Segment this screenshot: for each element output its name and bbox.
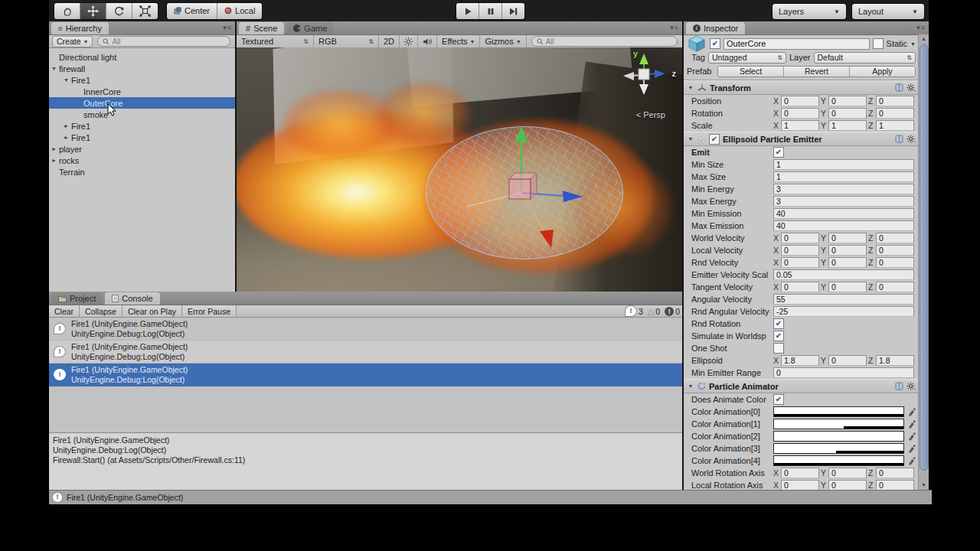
scene-search-input[interactable]: All bbox=[531, 36, 678, 47]
create-dropdown[interactable]: Create ▼ bbox=[52, 36, 93, 47]
tree-item-fire1-3[interactable]: Fire1 bbox=[49, 132, 235, 143]
static-checkbox[interactable] bbox=[873, 38, 884, 49]
simulate-worldspace-checkbox[interactable] bbox=[773, 331, 784, 341]
lock-icon[interactable] bbox=[903, 24, 910, 32]
foldout-open-icon[interactable] bbox=[61, 77, 71, 83]
foldout-closed-icon[interactable] bbox=[61, 123, 71, 129]
tangent-velocity-y-field[interactable]: 0 bbox=[828, 282, 867, 292]
move-tool-button[interactable] bbox=[80, 3, 106, 19]
foldout-open-icon[interactable] bbox=[687, 136, 694, 142]
active-checkbox[interactable] bbox=[710, 38, 720, 49]
local-rotation-x-field[interactable]: 0 bbox=[781, 480, 819, 490]
rnd-velocity-x-field[interactable]: 0 bbox=[781, 257, 819, 268]
tab-game[interactable]: Game bbox=[286, 22, 334, 34]
world-velocity-y-field[interactable]: 0 bbox=[828, 233, 867, 243]
persp-label[interactable]: Persp bbox=[636, 110, 665, 119]
tree-item-smoke[interactable]: smoke bbox=[49, 109, 235, 120]
warning-count-toggle[interactable]: △0 bbox=[648, 306, 660, 316]
gizmo-z-axis[interactable] bbox=[655, 70, 665, 78]
help-book-icon[interactable] bbox=[895, 135, 903, 143]
scene-viewport[interactable]: y z Persp bbox=[237, 47, 682, 292]
static-dropdown-icon[interactable]: ▼ bbox=[910, 41, 916, 47]
emit-checkbox[interactable] bbox=[773, 147, 784, 158]
lighting-toggle-button[interactable] bbox=[400, 35, 418, 47]
foldout-closed-icon[interactable] bbox=[49, 146, 59, 152]
min-emitter-range-field[interactable]: 0 bbox=[773, 367, 914, 378]
local-rotation-z-field[interactable]: 0 bbox=[876, 480, 914, 490]
scale-y-field[interactable]: 1 bbox=[828, 120, 867, 131]
name-field[interactable]: OuterCore bbox=[724, 38, 870, 50]
tree-item-outercore-selected[interactable]: OuterCore bbox=[49, 97, 235, 109]
tree-item-fire1-2[interactable]: Fire1 bbox=[49, 120, 235, 132]
foldout-open-icon[interactable] bbox=[687, 85, 694, 90]
panel-menu-icon[interactable]: ▾≡ bbox=[223, 24, 232, 31]
tree-item-terrain[interactable]: Terrain bbox=[49, 166, 235, 178]
collapse-button[interactable]: Collapse bbox=[80, 305, 122, 317]
tab-scene[interactable]: # Scene bbox=[239, 22, 284, 34]
rotation-x-field[interactable]: 0 bbox=[781, 108, 819, 119]
scale-x-field[interactable]: 1 bbox=[781, 120, 819, 131]
rotate-tool-button[interactable] bbox=[106, 3, 132, 19]
gizmo-x-arrow[interactable] bbox=[540, 230, 554, 248]
foldout-closed-icon[interactable] bbox=[61, 135, 71, 140]
audio-toggle-button[interactable] bbox=[418, 35, 437, 47]
prefab-apply-button[interactable]: Apply bbox=[850, 67, 915, 77]
emitter-velocity-scale-field[interactable]: 0.05 bbox=[773, 269, 914, 280]
gameobject-cube-icon[interactable] bbox=[687, 34, 707, 53]
rnd-rotation-checkbox[interactable] bbox=[773, 318, 784, 329]
angular-velocity-field[interactable]: 55 bbox=[773, 294, 914, 305]
world-rotation-x-field[interactable]: 0 bbox=[781, 468, 819, 478]
log-entry-selected[interactable]: ! Fire1 (UnityEngine.GameObject)UnityEng… bbox=[49, 364, 682, 386]
error-count-toggle[interactable]: !0 bbox=[665, 307, 680, 316]
world-velocity-x-field[interactable]: 0 bbox=[781, 233, 819, 243]
rotation-z-field[interactable]: 0 bbox=[876, 108, 914, 119]
pause-button[interactable] bbox=[479, 3, 502, 19]
space-toggle-button[interactable]: Local bbox=[217, 3, 262, 19]
play-button[interactable] bbox=[456, 3, 479, 19]
scene-orientation-gizmo[interactable] bbox=[619, 51, 668, 99]
rnd-velocity-z-field[interactable]: 0 bbox=[876, 257, 914, 268]
max-emission-field[interactable]: 40 bbox=[773, 220, 914, 231]
layers-dropdown[interactable]: Layers ▼ bbox=[772, 3, 847, 20]
max-size-field[interactable]: 1 bbox=[773, 171, 914, 182]
tab-console[interactable]: Console bbox=[105, 292, 159, 305]
gear-icon[interactable] bbox=[906, 135, 916, 143]
clear-button[interactable]: Clear bbox=[49, 305, 80, 317]
position-z-field[interactable]: 0 bbox=[876, 96, 914, 106]
color-swatch-3[interactable] bbox=[773, 443, 904, 454]
layer-dropdown[interactable]: Default⇅ bbox=[814, 52, 916, 64]
gizmo-z-arrow[interactable] bbox=[563, 191, 583, 202]
local-rotation-y-field[interactable]: 0 bbox=[828, 480, 867, 490]
eyedropper-icon[interactable] bbox=[907, 419, 916, 429]
color-swatch-1[interactable] bbox=[773, 419, 904, 429]
eyedropper-icon[interactable] bbox=[907, 407, 916, 416]
tree-item-innercore[interactable]: InnerCore bbox=[49, 86, 235, 97]
gear-icon[interactable] bbox=[906, 83, 916, 92]
tab-inspector[interactable]: i Inspector bbox=[686, 22, 745, 34]
draw-mode-dropdown[interactable]: Textured⇅ bbox=[237, 35, 314, 47]
prefab-select-button[interactable]: Select bbox=[718, 67, 784, 77]
tree-item-firewall[interactable]: firewall bbox=[49, 63, 235, 74]
scrollbar-thumb[interactable] bbox=[920, 44, 929, 471]
min-size-field[interactable]: 1 bbox=[773, 159, 914, 170]
world-velocity-z-field[interactable]: 0 bbox=[876, 233, 914, 243]
tree-item-fire1[interactable]: Fire1 bbox=[49, 74, 235, 86]
render-mode-dropdown[interactable]: RGB⇅ bbox=[314, 35, 379, 47]
max-energy-field[interactable]: 3 bbox=[773, 196, 914, 207]
foldout-closed-icon[interactable] bbox=[49, 158, 59, 163]
gizmo-cube[interactable] bbox=[639, 69, 649, 80]
ellipsoid-y-field[interactable]: 0 bbox=[828, 355, 867, 366]
2d-toggle-button[interactable]: 2D bbox=[379, 35, 400, 47]
foldout-open-icon[interactable] bbox=[49, 66, 59, 71]
tree-item-directional-light[interactable]: Directional light bbox=[49, 51, 235, 63]
local-velocity-z-field[interactable]: 0 bbox=[876, 245, 914, 256]
rotation-y-field[interactable]: 0 bbox=[828, 108, 867, 119]
info-count-toggle[interactable]: !3 bbox=[625, 305, 643, 317]
world-rotation-z-field[interactable]: 0 bbox=[876, 468, 914, 478]
scroll-down-arrow-icon[interactable]: ▼ bbox=[919, 481, 929, 490]
tag-dropdown[interactable]: Untagged⇅ bbox=[708, 52, 786, 64]
position-x-field[interactable]: 0 bbox=[781, 96, 819, 106]
inspector-scrollbar[interactable]: ▲ ▼ bbox=[918, 34, 929, 490]
console-detail[interactable]: Fire1 (UnityEngine.GameObject) UnityEngi… bbox=[49, 432, 682, 490]
gizmo-y-axis[interactable] bbox=[639, 54, 648, 64]
